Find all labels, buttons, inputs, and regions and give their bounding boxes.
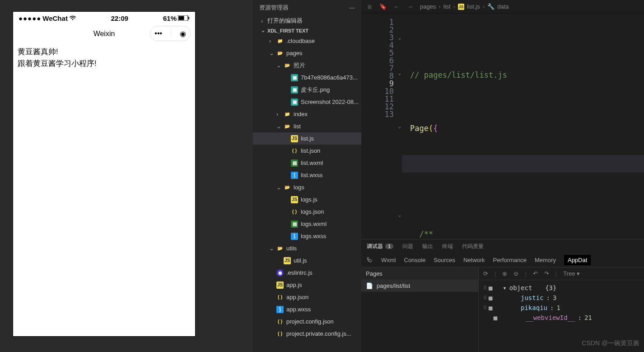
svg-rect-1 (179, 16, 184, 20)
tab-debugger[interactable]: 调试器 1 (367, 243, 393, 250)
signal-dots-icon: ●●●●● (19, 14, 41, 22)
explorer-header: 资源管理器 ⋯ (253, 0, 361, 15)
dtab-sources[interactable]: Sources (434, 257, 455, 263)
pages-header: Pages (361, 268, 478, 280)
gutter: 1 2⌄ 3 4⌄ 5 6 7⌄ 8 9 10 11 12⌄ 13 (361, 14, 402, 239)
appdata-toolbar: ⟳ | ⊕ ⊖ | ↶ ↷ | Tree ▾ (479, 268, 644, 280)
battery-percent: 61% (163, 14, 177, 22)
row-icon: ▦ (489, 294, 492, 301)
refresh-icon[interactable]: ⟳ (483, 270, 488, 277)
tree-folder[interactable]: ⌄📂logs (253, 181, 361, 193)
crumb-item[interactable]: list.js (467, 3, 480, 10)
collapse-icon[interactable]: ⊖ (513, 270, 518, 277)
status-bar: ●●●●● WeChat 22:09 61% (13, 12, 195, 24)
tree-folder[interactable]: ›📁index (253, 108, 361, 120)
devtools-tabs: ⮱ Wxml Console Sources Network Performan… (361, 253, 644, 268)
crumb-item[interactable]: data (497, 3, 509, 10)
tree-file[interactable]: ▣皮卡丘.png (253, 84, 361, 96)
code-body[interactable]: // pages/list/list.js Page({ /** * 页面的初始… (402, 14, 644, 239)
dtab-wxml[interactable]: Wxml (381, 257, 396, 263)
pages-column: Pages 📄 pages/list/list (361, 268, 479, 352)
crumb-item[interactable]: pages (420, 3, 436, 10)
page-content: 黄豆酱真帅! 跟着黄豆酱学习小程序! (13, 43, 195, 336)
tree-folder[interactable]: ⌄📂pages (253, 47, 361, 59)
tree-file[interactable]: ▤logs.wxml (253, 218, 361, 230)
clock-label: 22:09 (111, 14, 128, 22)
dtab-console[interactable]: Console (404, 257, 426, 263)
tree-file[interactable]: { }project.config.json (253, 315, 361, 328)
panel-tabs: 调试器 1 问题 输出 终端 代码质量 (361, 239, 644, 253)
crumb-item[interactable]: list (443, 3, 451, 10)
file-tree: ›📁.cloudbase ⌄📂pages ⌄📂照片 ▣7b47e8086ac6a… (253, 35, 361, 352)
undo-icon[interactable]: ↶ (533, 270, 538, 277)
row-icon: ▦ (489, 304, 492, 311)
tree-file[interactable]: ▣Screenshot 2022-08... (253, 96, 361, 108)
bookmark-icon[interactable]: 🔖 (379, 3, 387, 10)
redo-icon[interactable]: ↷ (544, 270, 549, 277)
divider: | (525, 270, 526, 277)
tree-file[interactable]: ⟆app.wxss (253, 303, 361, 315)
page-title: Weixin (93, 30, 115, 38)
tree-file[interactable]: JSapp.js (253, 279, 361, 291)
battery-icon (178, 15, 190, 21)
code-editor[interactable]: 1 2⌄ 3 4⌄ 5 6 7⌄ 8 9 10 11 12⌄ 13 // pag… (361, 14, 644, 239)
content-line: 黄豆酱真帅! (18, 46, 191, 58)
expand-icon[interactable]: ⊕ (502, 270, 507, 277)
tree-file[interactable]: ◉.eslintrc.js (253, 267, 361, 279)
dtab-memory[interactable]: Memory (535, 257, 556, 263)
project-section[interactable]: ⌄XDL_FIRST TEXT (253, 26, 361, 35)
tab-problems[interactable]: 问题 (402, 243, 413, 250)
tab-terminal[interactable]: 终端 (442, 243, 453, 250)
tree-file[interactable]: { }project.private.config.js... (253, 328, 361, 340)
explorer-panel: 资源管理器 ⋯ ›打开的编辑器 ⌄XDL_FIRST TEXT ›📁.cloud… (253, 0, 361, 352)
target-icon[interactable]: ◉ (180, 29, 186, 38)
dtab-performance[interactable]: Performance (493, 257, 527, 263)
editor-panel: ⫼ 🔖 ← → pages› list› JS list.js› 🔧 data … (361, 0, 644, 352)
tree-file[interactable]: JSutil.js (253, 254, 361, 267)
capsule-menu[interactable]: ••• ◉ (150, 26, 191, 41)
tree-file[interactable]: ▤list.wxml (253, 157, 361, 169)
dtab-appdata[interactable]: AppDat (564, 255, 591, 265)
breadcrumb[interactable]: pages› list› JS list.js› 🔧 data (420, 3, 509, 10)
tree-file-active[interactable]: JSlist.js (253, 132, 361, 145)
row-icon: ▦ (489, 284, 492, 291)
tree-file[interactable]: ▣7b47e8086ac6a473... (253, 71, 361, 84)
wifi-icon (69, 15, 76, 21)
tree-folder[interactable]: ⌄📂list (253, 120, 361, 132)
tree-folder[interactable]: ›📁.cloudbase (253, 35, 361, 47)
more-icon[interactable]: ••• (154, 29, 162, 38)
split-icon[interactable]: ⫼ (366, 3, 373, 10)
open-editors-section[interactable]: ›打开的编辑器 (253, 15, 361, 26)
back-icon[interactable]: ← (393, 3, 400, 10)
dtab-network[interactable]: Network (463, 257, 485, 263)
divider: | (555, 270, 557, 277)
bottom-panel: 调试器 1 问题 输出 终端 代码质量 ⮱ Wxml Console Sourc… (361, 239, 644, 352)
tree-file[interactable]: { }app.json (253, 291, 361, 303)
tree-file[interactable]: { }list.json (253, 145, 361, 157)
divider: | (495, 270, 496, 277)
page-row[interactable]: 📄 pages/list/list (361, 280, 478, 292)
tab-quality[interactable]: 代码质量 (462, 243, 484, 250)
tree-file[interactable]: JSlogs.js (253, 193, 361, 206)
svg-rect-2 (188, 17, 189, 19)
tree-mode[interactable]: Tree ▾ (563, 270, 580, 277)
forward-icon[interactable]: → (406, 3, 414, 10)
tree-folder[interactable]: ⌄📂照片 (253, 59, 361, 71)
nav-bar: Weixin ••• ◉ (13, 24, 195, 43)
editor-topbar: ⫼ 🔖 ← → pages› list› JS list.js› 🔧 data (361, 0, 644, 14)
carrier-label: WeChat (42, 14, 68, 22)
content-line: 跟着黄豆酱学习小程序! (18, 58, 191, 70)
tree-file[interactable]: ⟆list.wxss (253, 169, 361, 181)
file-icon: 📄 (366, 282, 373, 289)
tree-file[interactable]: ⟆logs.wxss (253, 230, 361, 242)
simulator-panel: ●●●●● WeChat 22:09 61% Weixin ••• ◉ (0, 0, 253, 352)
tree-folder[interactable]: ⌄📂utils (253, 242, 361, 254)
wrench-icon: 🔧 (487, 3, 495, 10)
inspect-icon[interactable]: ⮱ (366, 257, 373, 264)
explorer-title: 资源管理器 (259, 4, 289, 12)
tab-output[interactable]: 输出 (422, 243, 433, 250)
tree-file[interactable]: { }logs.json (253, 206, 361, 218)
more-icon[interactable]: ⋯ (349, 5, 355, 11)
row-icon: ▦ (494, 314, 497, 321)
phone-frame: ●●●●● WeChat 22:09 61% Weixin ••• ◉ (13, 11, 196, 337)
